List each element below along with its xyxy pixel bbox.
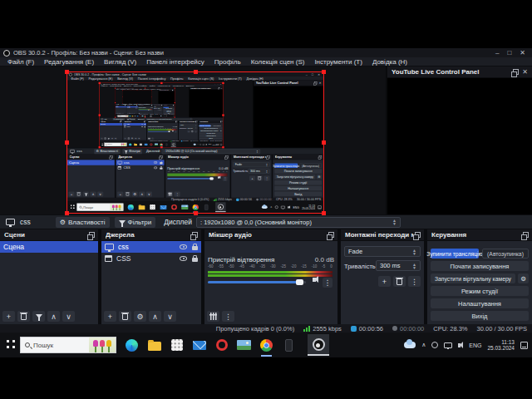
onedrive-icon[interactable] [164, 116, 165, 116]
file-explorer-icon[interactable] [131, 116, 133, 117]
dock-float-icon[interactable] [327, 232, 333, 239]
scene-preview[interactable] [123, 91, 152, 104]
scene-filters-button[interactable] [83, 192, 89, 197]
dock-float-icon[interactable] [521, 232, 528, 239]
mixer-menu-button[interactable]: ⋮ [140, 113, 142, 114]
handle-bottom-center[interactable] [194, 211, 198, 215]
source-up-button[interactable]: ∧ [139, 192, 145, 197]
close-button[interactable]: ✕ [173, 88, 174, 89]
studio-mode-button[interactable]: Режим студії [164, 111, 175, 111]
dock-float-icon[interactable] [110, 155, 113, 159]
file-explorer-icon[interactable] [147, 338, 161, 352]
maximize-button[interactable]: □ [217, 83, 218, 85]
dock-close-icon[interactable]: ✕ [522, 68, 528, 76]
virtual-camera-button[interactable]: Запустити віртуальну камеру [431, 273, 515, 283]
mixer-item-menu-button[interactable]: ⋮ [323, 278, 332, 288]
handle-top-center[interactable] [160, 82, 162, 84]
speaker-icon[interactable] [218, 176, 219, 178]
weather-cloud-icon[interactable] [404, 342, 416, 348]
start-button[interactable] [4, 340, 15, 351]
menu-scene-collection[interactable]: Колекція сцен (S) [156, 86, 171, 87]
start-recording-button[interactable]: Почати записування [274, 169, 322, 173]
scene-preview[interactable]: OBS 30.0.2 - Профіль: Без назви - Сцени:… [66, 71, 324, 214]
scene-filters-button[interactable] [119, 113, 121, 114]
add-scene-button[interactable]: + [101, 137, 103, 140]
source-down-button[interactable]: ∨ [138, 137, 140, 140]
taskbar-search[interactable]: Пошук [77, 204, 124, 211]
language-indicator[interactable]: ENG [293, 206, 299, 209]
handle-bottom-left[interactable] [65, 211, 69, 215]
lock-icon[interactable] [192, 246, 198, 250]
mixer-menu-button[interactable]: ⋮ [222, 311, 234, 322]
close-button[interactable]: ✕ [318, 73, 320, 76]
stop-streaming-button[interactable]: Зупинити трансляцію [274, 163, 298, 167]
edge-icon[interactable] [129, 143, 132, 146]
transition-select[interactable]: Fade ▲▼ [344, 246, 421, 257]
handle-bottom-right[interactable] [222, 146, 224, 148]
lock-icon[interactable] [160, 162, 162, 164]
volume-tray-icon[interactable] [288, 206, 288, 208]
volume-slider-handle[interactable] [168, 131, 170, 132]
add-source-button[interactable]: + [117, 192, 123, 197]
duration-spinner[interactable]: 300 ms ▲▼ [187, 127, 198, 130]
source-properties-button[interactable]: ⚙ [131, 192, 137, 197]
photos-icon[interactable] [237, 338, 251, 352]
clock[interactable]: 11:13 25.03.2024 [302, 204, 315, 210]
lock-icon[interactable] [160, 167, 162, 169]
properties-button[interactable]: ⚙ Властивості [56, 217, 110, 228]
virtual-camera-config-button[interactable]: ⚙ [219, 130, 222, 131]
menu-profile[interactable]: Профіль [209, 58, 246, 66]
visibility-icon[interactable] [180, 244, 187, 249]
exit-button[interactable]: Вихід [274, 192, 322, 196]
dock-float-icon[interactable] [511, 69, 518, 76]
volume-slider-handle[interactable] [296, 279, 303, 285]
properties-button[interactable]: ⚙ Властивості [112, 118, 125, 121]
remove-source-button[interactable] [125, 192, 131, 197]
transition-menu-button[interactable]: ⋮ [160, 110, 162, 111]
source-item[interactable]: CSS [123, 126, 146, 128]
edge-icon[interactable] [125, 338, 139, 352]
add-scene-button[interactable]: + [68, 192, 74, 197]
close-button[interactable]: ✕ [220, 83, 222, 85]
visibility-icon[interactable] [135, 108, 136, 109]
dock-float-icon[interactable] [220, 121, 222, 123]
stop-streaming-button[interactable]: Зупинити трансляцію [164, 107, 169, 108]
source-properties-button[interactable]: ⚙ [134, 311, 146, 322]
language-indicator[interactable]: ENG [469, 342, 481, 348]
handle-mid-right[interactable] [175, 102, 175, 103]
menu-help[interactable]: Довідка (H) [185, 86, 195, 87]
menu-edit[interactable]: Редагування (E) [39, 58, 99, 66]
mail-icon[interactable] [160, 204, 166, 210]
handle-mid-left[interactable] [99, 114, 101, 116]
visibility-icon[interactable] [154, 161, 157, 164]
dock-float-icon[interactable] [136, 106, 137, 106]
handle-top-left[interactable] [65, 70, 69, 74]
source-up-button[interactable]: ∧ [149, 311, 161, 322]
display-tray-icon[interactable] [281, 206, 285, 209]
studio-mode-button[interactable]: Режим студії [274, 180, 322, 185]
duration-spinner[interactable]: 300 ms ▲▼ [157, 108, 162, 109]
visibility-icon[interactable] [141, 126, 143, 127]
handle-bottom-center[interactable] [145, 117, 145, 118]
menu-edit[interactable]: Редагування (E) [120, 89, 126, 90]
autostop-button[interactable]: (Автозупинка) [169, 107, 174, 108]
lock-icon[interactable] [144, 124, 145, 125]
virtual-camera-button[interactable]: Запустити віртуальну камеру [274, 175, 315, 179]
volume-tray-icon[interactable] [458, 343, 461, 347]
taskbar-search[interactable]: Пошук [20, 337, 116, 353]
remove-scene-button[interactable] [104, 137, 106, 140]
volume-tray-icon[interactable] [206, 144, 207, 145]
weather-cloud-icon[interactable] [160, 116, 162, 116]
scene-up-button[interactable]: ∧ [47, 311, 60, 322]
exit-button[interactable]: Вихід [431, 311, 529, 321]
display-tray-icon[interactable] [444, 342, 452, 348]
autostop-button[interactable]: (Автозупинка) [482, 249, 529, 259]
menu-file[interactable]: Файл (F) [116, 89, 120, 90]
scene-up-button[interactable]: ∧ [121, 113, 122, 114]
menu-profile[interactable]: Профіль [148, 86, 156, 87]
search-highlight-image[interactable] [121, 143, 126, 146]
source-item[interactable]: css [116, 160, 165, 165]
scene-down-button[interactable]: ∨ [122, 113, 124, 114]
transition-select[interactable]: Fade ▲▼ [154, 106, 162, 107]
dock-float-icon[interactable] [318, 155, 322, 159]
